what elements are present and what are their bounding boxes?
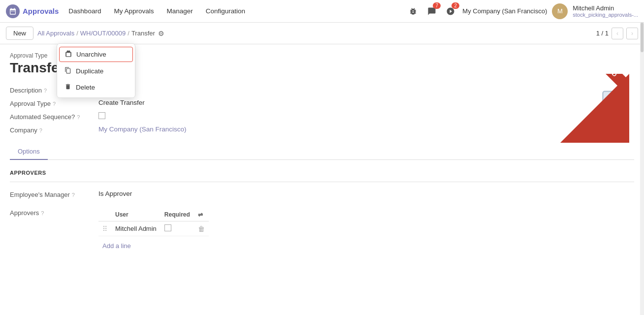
required-cell — [161, 221, 194, 236]
nav-my-approvals[interactable]: My Approvals — [108, 4, 160, 18]
chat-badge: 7 — [433, 2, 441, 9]
svg-rect-1 — [607, 99, 627, 100]
employee-manager-row: Employee's Manager ? Is Approver — [10, 190, 634, 198]
add-line-button[interactable]: Add a line — [98, 240, 135, 252]
breadcrumb-all-approvals[interactable]: All Approvals — [37, 30, 74, 37]
employee-manager-value: Is Approver — [98, 190, 132, 197]
svg-rect-3 — [607, 108, 620, 109]
app-title: Approvals — [23, 7, 59, 15]
user-tag: stock_picking_approvals-... — [573, 12, 638, 18]
pagination-prev[interactable]: ‹ — [612, 28, 623, 39]
chat-icon[interactable]: 7 — [425, 4, 439, 18]
unarchive-label: Unarchive — [76, 51, 106, 58]
approvers-row: Approvers ? User Required — [10, 208, 634, 252]
new-button[interactable]: New — [6, 27, 33, 40]
toolbar: New All Approvals / WH/OUT/00009 / Trans… — [0, 23, 644, 44]
th-drag — [98, 208, 111, 221]
company-help[interactable]: ? — [39, 127, 42, 133]
company-name: My Company (San Francisco) — [462, 7, 547, 15]
pagination: 1 / 1 ‹ › — [596, 28, 638, 39]
duplicate-label: Duplicate — [76, 67, 103, 75]
approval-type-help[interactable]: ? — [53, 101, 56, 107]
gear-icon[interactable]: ⚙ — [157, 29, 166, 38]
th-user: User — [111, 208, 161, 221]
approvers-table-container: User Required ⇌ — [98, 208, 209, 252]
nav-menu: Dashboard My Approvals Manager Configura… — [63, 4, 406, 18]
company-row: Company ? My Company (San Francisco) — [10, 126, 354, 134]
scroll-thumb[interactable] — [641, 23, 644, 52]
approvers-table: User Required ⇌ — [98, 208, 209, 236]
approval-type-value: Create Transfer — [98, 99, 145, 106]
app-icon — [6, 4, 20, 18]
tab-content: APPROVERS Employee's Manager ? Is Approv… — [10, 160, 634, 266]
approvers-label: Approvers ? — [10, 208, 98, 217]
table-row: ⠿ Mitchell Admin 🗑 — [98, 221, 209, 236]
dropdown-menu: Unarchive Duplicate Delete — [57, 43, 135, 98]
dropdown-duplicate[interactable]: Duplicate — [57, 63, 135, 79]
unarchive-icon — [64, 50, 72, 59]
delete-label: Delete — [76, 84, 95, 91]
breadcrumb-separator: / — [76, 30, 78, 37]
activity-badge: 2 — [451, 2, 459, 9]
column-adjust-icon[interactable]: ⇌ — [198, 211, 203, 218]
user-cell: Mitchell Admin — [111, 221, 161, 236]
tab-options[interactable]: Options — [10, 144, 48, 160]
automated-row: Automated Sequence? ? — [10, 112, 354, 121]
archived-ribbon: ARCHIVED — [560, 74, 629, 143]
automated-checkbox[interactable] — [98, 112, 105, 119]
company-label: Company ? — [10, 126, 98, 134]
dropdown-unarchive[interactable]: Unarchive — [59, 47, 133, 62]
approvers-help[interactable]: ? — [41, 210, 44, 216]
user-info[interactable]: Mitchell Admin stock_picking_approvals-.… — [573, 4, 638, 18]
row-delete-icon[interactable]: 🗑 — [198, 225, 205, 233]
approval-type-row: Approval Type ? Create Transfer — [10, 99, 354, 107]
employee-manager-help[interactable]: ? — [72, 192, 75, 198]
breadcrumb-separator2: / — [128, 30, 129, 37]
bug-icon[interactable] — [406, 4, 420, 18]
delete-icon — [64, 83, 72, 92]
required-checkbox[interactable] — [164, 224, 171, 231]
activity-icon[interactable]: 2 — [444, 4, 457, 18]
scrollbar[interactable] — [640, 23, 644, 274]
delete-cell: 🗑 — [194, 221, 209, 236]
archived-text: ARCHIVED — [587, 74, 619, 79]
company-value[interactable]: My Company (San Francisco) — [98, 126, 187, 133]
duplicate-icon — [64, 67, 72, 75]
employee-manager-label: Employee's Manager ? — [10, 190, 98, 198]
tabs-bar: Options — [10, 144, 634, 160]
nav-manager[interactable]: Manager — [161, 4, 198, 18]
approvers-section-title: APPROVERS — [10, 170, 634, 176]
approval-type-field-label: Approval Type ? — [10, 99, 98, 107]
breadcrumb-record[interactable]: WH/OUT/00009 — [80, 30, 126, 37]
nav-dashboard[interactable]: Dashboard — [63, 4, 107, 18]
svg-rect-2 — [607, 103, 627, 105]
nav-right: 7 2 My Company (San Francisco) M Mitchel… — [406, 3, 638, 19]
top-navigation: Approvals Dashboard My Approvals Manager… — [0, 0, 644, 23]
pagination-next[interactable]: › — [626, 28, 638, 39]
pagination-text: 1 / 1 — [596, 30, 609, 37]
nav-configuration[interactable]: Configuration — [200, 4, 251, 18]
breadcrumb-page: Transfer — [131, 30, 155, 37]
app-logo[interactable]: Approvals — [6, 4, 59, 18]
username: Mitchell Admin — [573, 4, 638, 12]
drag-handle-cell: ⠿ — [98, 221, 111, 236]
th-required: Required — [161, 208, 194, 221]
automated-value — [98, 112, 105, 121]
th-adjust[interactable]: ⇌ — [194, 208, 209, 221]
drag-handle-icon[interactable]: ⠿ — [102, 225, 107, 233]
svg-rect-0 — [603, 92, 629, 126]
automated-label: Automated Sequence? ? — [10, 112, 98, 121]
svg-rect-4 — [621, 112, 629, 123]
dropdown-delete[interactable]: Delete — [57, 79, 135, 95]
automated-help[interactable]: ? — [77, 114, 80, 120]
breadcrumb: All Approvals / WH/OUT/00009 / Transfer … — [37, 29, 166, 38]
section-divider — [10, 182, 634, 182]
description-help[interactable]: ? — [44, 88, 47, 94]
user-avatar[interactable]: M — [552, 3, 568, 19]
